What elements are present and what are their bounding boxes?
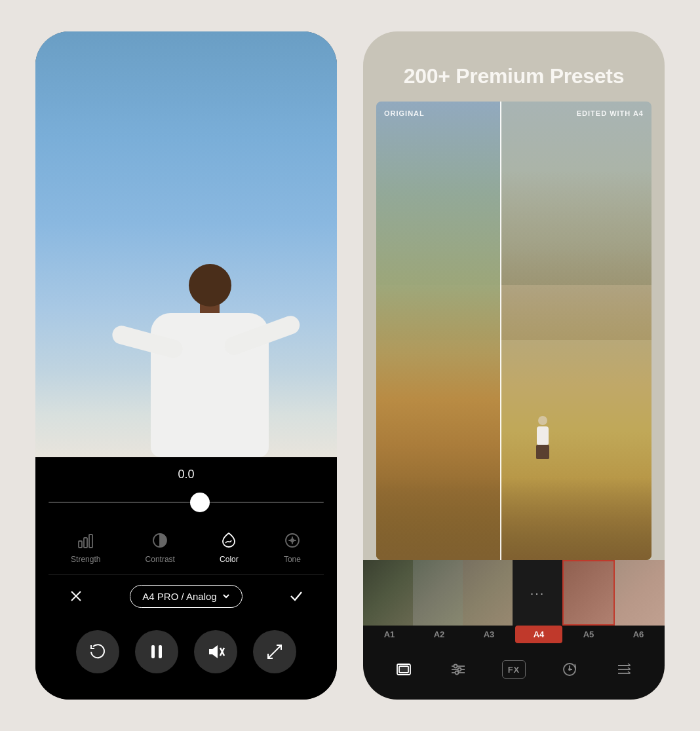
preset-dropdown[interactable]: A4 PRO / Analog: [130, 585, 242, 608]
menu-button[interactable]: [613, 659, 634, 680]
split-divider: [500, 102, 501, 560]
label-original: ORIGINAL: [384, 109, 425, 117]
svg-point-19: [454, 665, 457, 668]
preset-a2[interactable]: A2: [416, 626, 463, 643]
photo-preview: [35, 31, 337, 457]
comparison-view: ORIGINAL EDITED WITH A4: [376, 102, 651, 560]
menu-icon: [613, 659, 634, 680]
preset-thumb-4[interactable]: [562, 560, 615, 626]
tab-strength-label: Strength: [71, 555, 100, 564]
right-phone: 200+ Premium Presets ORIGINAL EDITED WIT…: [363, 31, 665, 700]
svg-line-13: [268, 652, 275, 658]
slider-value: 0.0: [49, 468, 324, 481]
preset-label-row: A1 A2 A3 A4 A5 A6: [363, 626, 665, 650]
preset-a6[interactable]: A6: [615, 626, 662, 643]
svg-rect-15: [399, 666, 408, 673]
walking-person: [536, 416, 549, 459]
reset-button[interactable]: [76, 630, 119, 673]
label-edited: EDITED WITH A4: [577, 109, 644, 117]
svg-point-23: [568, 668, 571, 671]
more-dots: ···: [530, 586, 545, 601]
expand-button[interactable]: [253, 630, 296, 673]
svg-rect-8: [151, 645, 155, 658]
svg-rect-9: [159, 645, 162, 658]
strength-icon: [77, 531, 95, 550]
pause-button[interactable]: [135, 630, 178, 673]
preset-a5[interactable]: A5: [565, 626, 612, 643]
preset-a4[interactable]: A4: [515, 626, 562, 643]
preset-name: A4 PRO / Analog: [142, 591, 216, 602]
tone-icon: [283, 531, 301, 550]
preset-thumbnails: ···: [363, 560, 665, 626]
tab-tone-label: Tone: [284, 555, 301, 564]
preset-thumb-2[interactable]: [413, 560, 463, 626]
left-phone: 0.0 Strength: [35, 31, 337, 700]
playback-controls: [49, 617, 324, 700]
preset-thumb-5[interactable]: [615, 560, 665, 626]
preset-a3[interactable]: A3: [465, 626, 513, 643]
layers-button[interactable]: [393, 659, 414, 680]
svg-rect-0: [79, 541, 82, 548]
tab-contrast-label: Contrast: [146, 555, 175, 564]
right-toolbar: FX: [363, 650, 665, 700]
tab-strength[interactable]: Strength: [71, 531, 100, 564]
svg-point-5: [290, 538, 294, 542]
tab-contrast[interactable]: Contrast: [146, 531, 175, 564]
adjust-icon: [448, 659, 469, 680]
layers-icon: [393, 659, 414, 680]
history-icon: [559, 659, 580, 680]
tab-tone[interactable]: Tone: [283, 531, 301, 564]
svg-rect-2: [89, 534, 92, 548]
fx-label: FX: [508, 665, 520, 675]
adjustment-slider[interactable]: [49, 489, 324, 515]
premium-title: 200+ Premium Presets: [383, 64, 645, 88]
preset-bar: A4 PRO / Analog: [49, 574, 324, 617]
tab-color[interactable]: Color: [220, 531, 239, 564]
mute-button[interactable]: [194, 630, 237, 673]
preset-a1[interactable]: A1: [366, 626, 413, 643]
preset-thumb-more[interactable]: ···: [513, 560, 562, 626]
svg-point-20: [457, 668, 461, 671]
close-button[interactable]: [64, 584, 88, 608]
tab-color-label: Color: [220, 555, 239, 564]
svg-line-12: [275, 645, 281, 652]
tool-tabs: Strength Contrast: [49, 526, 324, 574]
premium-header: 200+ Premium Presets: [363, 31, 665, 102]
preset-thumb-3[interactable]: [463, 560, 513, 626]
confirm-button[interactable]: [284, 584, 308, 608]
controls-panel: 0.0 Strength: [35, 457, 337, 700]
adjust-button[interactable]: [448, 659, 469, 680]
svg-rect-1: [84, 538, 87, 548]
color-icon: [220, 531, 238, 550]
contrast-icon: [151, 531, 169, 550]
fx-icon: FX: [502, 660, 526, 679]
history-button[interactable]: [559, 659, 580, 680]
fx-button[interactable]: FX: [502, 660, 526, 679]
preset-thumb-1[interactable]: [363, 560, 413, 626]
svg-point-21: [455, 671, 458, 675]
